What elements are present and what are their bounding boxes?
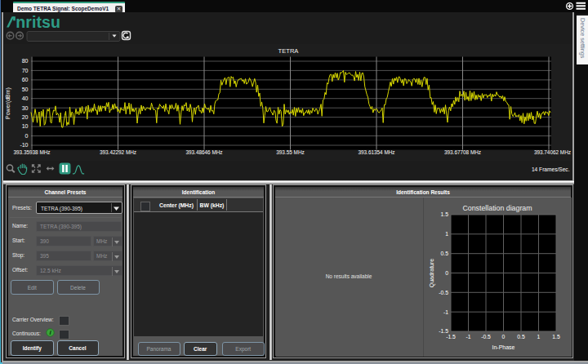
- svg-text:nritsu: nritsu: [16, 15, 60, 29]
- svg-text:In-Phase: In-Phase: [492, 344, 514, 350]
- svg-text:393.74062 MHz: 393.74062 MHz: [534, 149, 571, 155]
- svg-text:393.67708 MHz: 393.67708 MHz: [444, 149, 481, 155]
- svg-text:Constellation diagram: Constellation diagram: [462, 204, 532, 212]
- svg-text:0: 0: [25, 133, 29, 139]
- svg-text:393.61354 MHz: 393.61354 MHz: [358, 149, 394, 155]
- svg-text:TETRA: TETRA: [278, 47, 300, 55]
- svg-text:0.5: 0.5: [441, 251, 449, 256]
- svg-text:393.55 MHz: 393.55 MHz: [276, 149, 304, 155]
- svg-text:20: 20: [22, 114, 29, 120]
- svg-text:70: 70: [22, 68, 29, 73]
- svg-text:10: 10: [22, 123, 29, 129]
- svg-text:Quadrature: Quadrature: [429, 259, 435, 288]
- svg-text:40: 40: [22, 95, 29, 101]
- svg-text:80: 80: [22, 58, 29, 64]
- svg-text:30: 30: [22, 105, 29, 111]
- svg-text:1: 1: [537, 334, 541, 340]
- svg-text:0.5: 0.5: [517, 334, 525, 340]
- svg-text:-1: -1: [443, 309, 448, 315]
- svg-text:393.35938 MHz: 393.35938 MHz: [13, 149, 50, 155]
- svg-text:50: 50: [22, 87, 29, 92]
- svg-text:393.42292 MHz: 393.42292 MHz: [100, 149, 136, 155]
- svg-text:0: 0: [502, 334, 506, 340]
- svg-text:-1: -1: [466, 334, 470, 340]
- svg-text:1: 1: [445, 231, 448, 237]
- svg-text:60: 60: [22, 77, 29, 82]
- svg-text:1.5: 1.5: [441, 211, 449, 217]
- svg-text:Power(dBm): Power(dBm): [5, 87, 11, 119]
- svg-text:-0.5: -0.5: [439, 290, 448, 295]
- svg-text:1.5: 1.5: [552, 334, 560, 340]
- svg-text:-0.5: -0.5: [481, 334, 491, 340]
- svg-text:-10: -10: [20, 142, 28, 148]
- svg-text:-1.5: -1.5: [446, 334, 456, 340]
- svg-text:0: 0: [445, 270, 448, 276]
- svg-text:393.48646 MHz: 393.48646 MHz: [185, 149, 222, 155]
